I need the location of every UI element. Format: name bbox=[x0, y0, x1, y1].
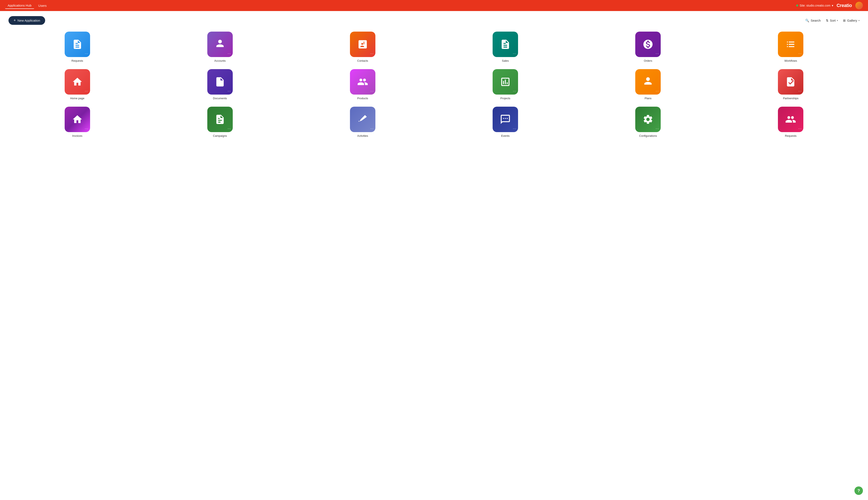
three-dots-orders[interactable]: ··· bbox=[656, 52, 659, 55]
app-icon-requests: ··· bbox=[65, 32, 90, 57]
app-item-requests2[interactable]: ··· Requests bbox=[722, 107, 859, 137]
main-content: + New Application 🔍 Search ⇅ Sort ▾ ⊞ Ga… bbox=[0, 11, 868, 500]
app-label-homepage: Home page bbox=[70, 97, 84, 100]
three-dots-invoices[interactable]: ··· bbox=[85, 127, 88, 130]
app-item-requests[interactable]: ··· Requests bbox=[9, 32, 146, 62]
three-dots-contacts[interactable]: ··· bbox=[370, 52, 374, 55]
app-item-workflows[interactable]: ··· Workflows bbox=[722, 32, 859, 62]
top-navigation: Applications Hub Users Site: studio.crea… bbox=[0, 0, 868, 11]
app-item-homepage[interactable]: ··· Home page bbox=[9, 69, 146, 100]
help-button[interactable]: ? bbox=[854, 486, 863, 495]
app-icon-contacts: ··· bbox=[350, 32, 375, 57]
app-label-partnerships: Partnerships bbox=[783, 97, 798, 100]
search-label: Search bbox=[811, 19, 821, 22]
three-dots-events[interactable]: ··· bbox=[513, 127, 516, 130]
app-label-campaigns: Campaigns bbox=[213, 134, 227, 137]
three-dots-campaigns[interactable]: ··· bbox=[228, 127, 231, 130]
app-icon-projects: ··· bbox=[493, 69, 518, 94]
app-item-events[interactable]: ··· Events bbox=[437, 107, 574, 137]
three-dots-homepage[interactable]: ··· bbox=[85, 90, 88, 93]
status-indicator bbox=[796, 4, 798, 7]
app-item-contacts[interactable]: ··· Contacts bbox=[294, 32, 431, 62]
app-item-partnerships[interactable]: ··· Partnerships bbox=[722, 69, 859, 100]
three-dots-plans[interactable]: ··· bbox=[656, 90, 659, 93]
applications-grid: ··· Requests ··· Accounts ··· Contacts ·… bbox=[9, 32, 859, 137]
three-dots-workflows[interactable]: ··· bbox=[798, 52, 802, 55]
gallery-button[interactable]: ⊞ Gallery ▾ bbox=[843, 19, 859, 22]
gallery-icon: ⊞ bbox=[843, 19, 846, 22]
search-button[interactable]: 🔍 Search bbox=[805, 19, 821, 22]
app-icon-homepage: ··· bbox=[65, 69, 90, 94]
app-label-contacts: Contacts bbox=[357, 59, 368, 62]
site-dropdown-icon[interactable]: ▾ bbox=[832, 4, 833, 7]
app-icon-workflows: ··· bbox=[778, 32, 803, 57]
app-item-documents[interactable]: ··· Documents bbox=[151, 69, 289, 100]
app-icon-documents: ··· bbox=[207, 69, 233, 94]
nav-left: Applications Hub Users bbox=[5, 2, 49, 9]
sort-button[interactable]: ⇅ Sort ▾ bbox=[826, 19, 838, 22]
app-item-sales[interactable]: ··· Sales bbox=[437, 32, 574, 62]
app-label-configurations: Configurations bbox=[639, 134, 657, 137]
nav-item-applications-hub[interactable]: Applications Hub bbox=[5, 2, 34, 9]
nav-item-users[interactable]: Users bbox=[36, 2, 49, 9]
sort-icon: ⇅ bbox=[826, 19, 829, 22]
toolbar: + New Application 🔍 Search ⇅ Sort ▾ ⊞ Ga… bbox=[9, 16, 859, 25]
app-icon-events: ··· bbox=[493, 107, 518, 132]
app-label-requests2: Requests bbox=[785, 134, 797, 137]
sort-label: Sort bbox=[830, 19, 836, 22]
app-icon-plans: ··· bbox=[635, 69, 661, 94]
three-dots-partnerships[interactable]: ··· bbox=[798, 90, 802, 93]
app-label-projects: Projects bbox=[500, 97, 510, 100]
avatar[interactable] bbox=[855, 2, 863, 9]
gallery-chevron-icon: ▾ bbox=[858, 19, 859, 22]
app-label-invoices: Invoices bbox=[72, 134, 82, 137]
app-item-projects[interactable]: ··· Projects bbox=[437, 69, 574, 100]
app-item-campaigns[interactable]: ··· Campaigns bbox=[151, 107, 289, 137]
app-icon-invoices: ··· bbox=[65, 107, 90, 132]
three-dots-projects[interactable]: ··· bbox=[513, 90, 516, 93]
app-icon-configurations: ··· bbox=[635, 107, 661, 132]
gallery-label: Gallery bbox=[847, 19, 857, 22]
new-application-button[interactable]: + New Application bbox=[9, 16, 45, 25]
app-label-plans: Plans bbox=[645, 97, 651, 100]
app-icon-accounts: ··· bbox=[207, 32, 233, 57]
app-item-activities[interactable]: ··· Activities bbox=[294, 107, 431, 137]
app-label-accounts: Accounts bbox=[214, 59, 225, 62]
app-icon-campaigns: ··· bbox=[207, 107, 233, 132]
nav-right: Site: studio.creatio.com ▾ Creatio bbox=[796, 2, 863, 9]
app-label-workflows: Workflows bbox=[785, 59, 797, 62]
app-icon-products: ··· bbox=[350, 69, 375, 94]
app-icon-partnerships: ··· bbox=[778, 69, 803, 94]
app-label-events: Events bbox=[501, 134, 510, 137]
creatio-logo: Creatio bbox=[837, 3, 852, 8]
app-item-configurations[interactable]: ··· Configurations bbox=[579, 107, 717, 137]
app-label-products: Products bbox=[357, 97, 368, 100]
sort-chevron-icon: ▾ bbox=[837, 19, 838, 22]
three-dots-accounts[interactable]: ··· bbox=[228, 52, 231, 55]
app-item-orders[interactable]: ··· Orders bbox=[579, 32, 717, 62]
site-info: Site: studio.creatio.com ▾ bbox=[796, 4, 833, 7]
app-item-products[interactable]: ··· Products bbox=[294, 69, 431, 100]
app-label-activities: Activities bbox=[357, 134, 368, 137]
app-icon-orders: ··· bbox=[635, 32, 661, 57]
three-dots-configurations[interactable]: ··· bbox=[656, 127, 659, 130]
app-label-requests: Requests bbox=[71, 59, 83, 62]
app-item-invoices[interactable]: ··· Invoices bbox=[9, 107, 146, 137]
app-label-documents: Documents bbox=[213, 97, 227, 100]
app-item-accounts[interactable]: ··· Accounts bbox=[151, 32, 289, 62]
site-label: Site: studio.creatio.com bbox=[800, 4, 831, 7]
three-dots-requests[interactable]: ··· bbox=[85, 52, 88, 55]
app-icon-requests2: ··· bbox=[778, 107, 803, 132]
app-item-plans[interactable]: ··· Plans bbox=[579, 69, 717, 100]
app-label-sales: Sales bbox=[502, 59, 509, 62]
three-dots-requests2[interactable]: ··· bbox=[798, 127, 802, 130]
avatar-image bbox=[855, 2, 863, 9]
search-icon: 🔍 bbox=[805, 19, 809, 22]
three-dots-documents[interactable]: ··· bbox=[228, 90, 231, 93]
app-icon-activities: ··· bbox=[350, 107, 375, 132]
three-dots-sales[interactable]: ··· bbox=[513, 52, 516, 55]
three-dots-activities[interactable]: ··· bbox=[370, 127, 374, 130]
app-label-orders: Orders bbox=[644, 59, 652, 62]
three-dots-products[interactable]: ··· bbox=[370, 90, 374, 93]
new-application-label: New Application bbox=[18, 19, 40, 22]
